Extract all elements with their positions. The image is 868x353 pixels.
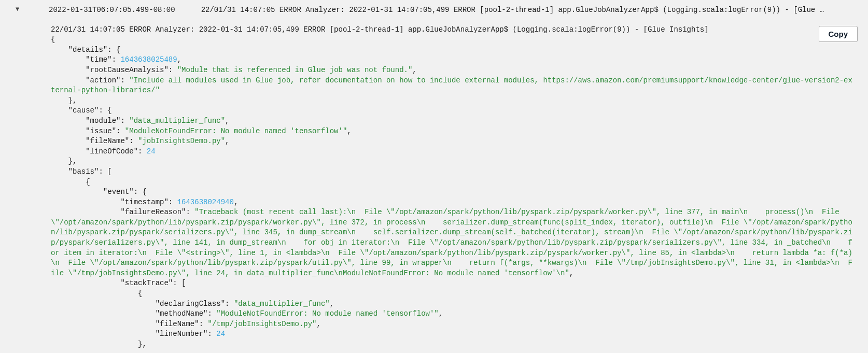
log-json-content: 22/01/31 14:07:05 ERROR Analyzer: 2022-0… [51, 25, 852, 350]
log-entry: ▼ 2022-01-31T06:07:05.499-08:00 22/01/31… [0, 0, 868, 353]
log-header-row[interactable]: ▼ 2022-01-31T06:07:05.499-08:00 22/01/31… [5, 5, 858, 16]
log-timestamp: 2022-01-31T06:07:05.499-08:00 [49, 5, 175, 16]
expand-toggle-icon[interactable]: ▼ [16, 5, 23, 14]
log-summary-line: 22/01/31 14:07:05 ERROR Analyzer: 2022-0… [201, 5, 858, 16]
log-expanded-body: 22/01/31 14:07:05 ERROR Analyzer: 2022-0… [5, 25, 858, 350]
